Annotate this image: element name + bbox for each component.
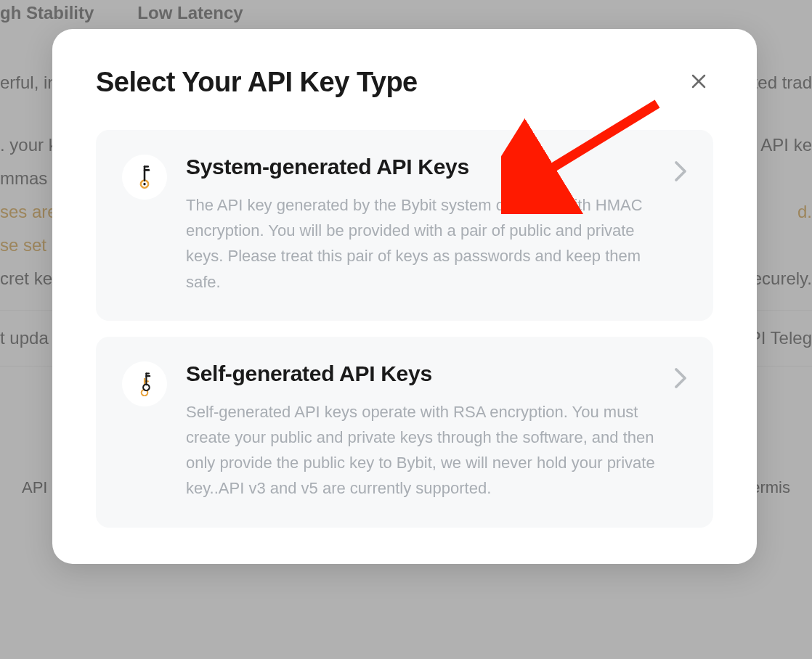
close-button[interactable] [684, 68, 713, 97]
svg-point-3 [143, 182, 147, 186]
svg-line-11 [141, 373, 153, 385]
modal-title: Select Your API Key Type [96, 67, 418, 98]
option-description: Self-generated API keys operate with RSA… [186, 399, 658, 502]
option-system-generated[interactable]: System-generated API Keys The API key ge… [96, 130, 713, 321]
option-title: Self-generated API Keys [186, 361, 658, 386]
close-icon [690, 73, 707, 93]
svg-line-4 [137, 167, 151, 181]
chevron-right-icon [674, 367, 687, 392]
option-self-generated[interactable]: Self-generated API Keys Self-generated A… [96, 337, 713, 528]
option-title: System-generated API Keys [186, 155, 658, 179]
key-icon [122, 155, 167, 200]
api-key-type-modal: Select Your API Key Type [52, 29, 757, 564]
option-description: The API key generated by the Bybit syste… [186, 192, 658, 295]
keys-icon [122, 361, 167, 406]
chevron-right-icon [674, 160, 687, 185]
